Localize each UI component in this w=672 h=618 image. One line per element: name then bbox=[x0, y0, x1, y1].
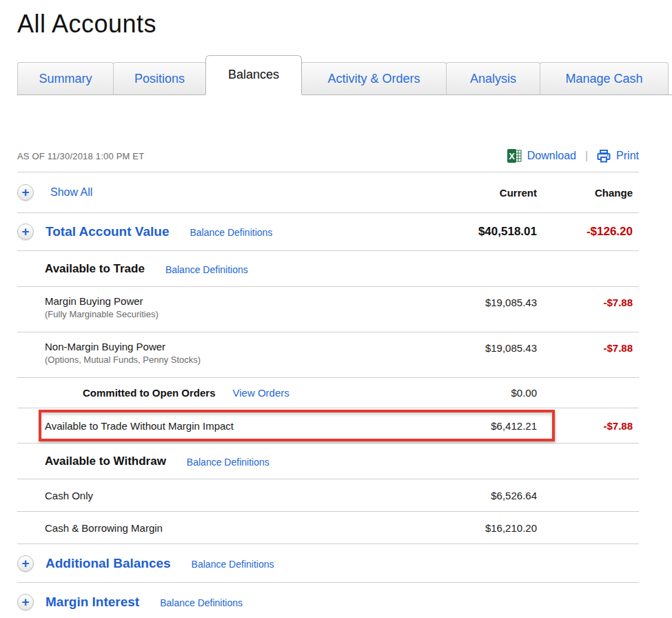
as-of-timestamp: AS OF 11/30/2018 1:00 PM ET bbox=[17, 151, 144, 161]
account-tabbar: Summary Positions Balances Activity & Or… bbox=[17, 55, 672, 95]
cash-and-borrowing-margin-label: Cash & Borrowing Margin bbox=[45, 522, 163, 534]
margin-buying-power-sublabel: (Fully Marginable Securities) bbox=[45, 308, 447, 320]
non-margin-buying-power-label: Non-Margin Buying Power bbox=[45, 340, 447, 354]
available-to-withdraw-label: Available to Withdraw bbox=[45, 455, 166, 468]
expand-total-account-value-icon[interactable]: + bbox=[17, 223, 34, 240]
margin-buying-power-label: Margin Buying Power bbox=[45, 295, 447, 308]
available-to-trade-without-margin-impact-current: $6,412.21 bbox=[447, 420, 537, 432]
expand-margin-interest-icon[interactable]: + bbox=[17, 594, 34, 610]
margin-interest-row: + Margin Interest Balance Definitions bbox=[17, 583, 639, 618]
committed-to-open-orders-current: $0.00 bbox=[447, 387, 537, 399]
margin-buying-power-current: $19,085.43 bbox=[447, 295, 537, 308]
show-all-button[interactable]: Show All bbox=[50, 186, 92, 199]
total-account-value-label: Total Account Value bbox=[45, 224, 169, 239]
balance-definitions-link[interactable]: Balance Definitions bbox=[190, 227, 272, 238]
expand-additional-balances-icon[interactable]: + bbox=[17, 555, 34, 572]
excel-icon: X bbox=[507, 149, 522, 163]
cash-only-row: Cash Only $6,526.64 bbox=[17, 479, 639, 512]
tab-balances[interactable]: Balances bbox=[205, 55, 302, 95]
print-label: Print bbox=[616, 150, 639, 162]
balance-definitions-link[interactable]: Balance Definitions bbox=[160, 597, 243, 608]
show-all-row: + Show All Current Change bbox=[17, 172, 639, 213]
printer-icon bbox=[597, 150, 611, 163]
print-button[interactable]: Print bbox=[597, 150, 639, 163]
column-header-current: Current bbox=[447, 187, 537, 199]
total-account-value-change: -$126.20 bbox=[537, 225, 639, 239]
expand-all-icon[interactable]: + bbox=[17, 184, 34, 201]
total-account-value-row: + Total Account Value Balance Definition… bbox=[17, 213, 639, 251]
non-margin-buying-power-row: Non-Margin Buying Power (Options, Mutual… bbox=[17, 332, 639, 378]
page-title: All Accounts bbox=[17, 10, 672, 39]
toolbar-actions: X Download | Print bbox=[507, 149, 639, 163]
additional-balances-row: + Additional Balances Balance Definition… bbox=[17, 544, 639, 583]
tab-positions[interactable]: Positions bbox=[113, 62, 206, 94]
total-account-value-current: $40,518.01 bbox=[447, 225, 537, 239]
svg-text:X: X bbox=[509, 151, 515, 161]
committed-to-open-orders-label: Committed to Open Orders bbox=[83, 387, 216, 399]
cash-only-label: Cash Only bbox=[45, 490, 93, 501]
non-margin-buying-power-change: -$7.88 bbox=[537, 340, 639, 354]
cash-and-borrowing-margin-current: $16,210.20 bbox=[447, 522, 537, 534]
tab-summary[interactable]: Summary bbox=[17, 62, 114, 94]
download-button[interactable]: X Download bbox=[507, 149, 576, 163]
committed-to-open-orders-row: Committed to Open Orders View Orders $0.… bbox=[17, 378, 639, 408]
balances-page: All Accounts Summary Positions Balances … bbox=[0, 10, 672, 618]
available-to-withdraw-header-row: Available to Withdraw Balance Definition… bbox=[17, 443, 639, 479]
non-margin-buying-power-sublabel: (Options, Mutual Funds, Penny Stocks) bbox=[45, 354, 447, 366]
available-to-trade-without-margin-impact-row: Available to Trade Without Margin Impact… bbox=[17, 408, 639, 443]
margin-interest-label: Margin Interest bbox=[45, 595, 139, 610]
balance-definitions-link[interactable]: Balance Definitions bbox=[192, 559, 274, 570]
balance-definitions-link[interactable]: Balance Definitions bbox=[187, 457, 269, 468]
cash-only-current: $6,526.64 bbox=[447, 490, 537, 501]
available-to-trade-without-margin-impact-label: Available to Trade Without Margin Impact bbox=[45, 420, 234, 432]
available-to-trade-header-row: Available to Trade Balance Definitions bbox=[17, 251, 639, 287]
margin-buying-power-change: -$7.88 bbox=[537, 295, 639, 308]
tab-analysis[interactable]: Analysis bbox=[446, 62, 540, 94]
available-to-trade-label: Available to Trade bbox=[45, 262, 145, 276]
non-margin-buying-power-current: $19,085.43 bbox=[447, 340, 537, 354]
margin-buying-power-row: Margin Buying Power (Fully Marginable Se… bbox=[17, 287, 639, 332]
toolbar: AS OF 11/30/2018 1:00 PM ET X Download bbox=[17, 149, 639, 172]
download-label: Download bbox=[527, 150, 576, 162]
column-header-change: Change bbox=[537, 187, 639, 199]
additional-balances-label: Additional Balances bbox=[45, 556, 171, 571]
view-orders-link[interactable]: View Orders bbox=[233, 387, 289, 399]
tab-activity-orders[interactable]: Activity & Orders bbox=[301, 62, 447, 94]
tab-manage-cash[interactable]: Manage Cash bbox=[540, 62, 669, 94]
balance-definitions-link[interactable]: Balance Definitions bbox=[165, 264, 248, 275]
toolbar-separator: | bbox=[585, 150, 588, 162]
balances-table: + Show All Current Change + Total Accoun… bbox=[17, 172, 639, 618]
cash-and-borrowing-margin-row: Cash & Borrowing Margin $16,210.20 bbox=[17, 512, 639, 544]
